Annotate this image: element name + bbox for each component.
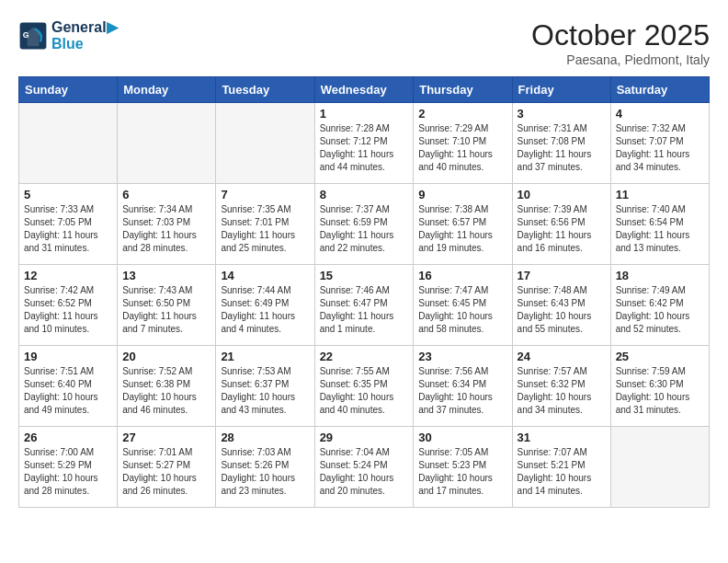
calendar-cell (610, 427, 709, 508)
calendar-cell: 22Sunrise: 7:55 AM Sunset: 6:35 PM Dayli… (314, 346, 414, 427)
calendar-cell (216, 103, 314, 184)
calendar-cell: 7Sunrise: 7:35 AM Sunset: 7:01 PM Daylig… (216, 184, 314, 265)
day-info: Sunrise: 7:03 AM Sunset: 5:26 PM Dayligh… (221, 446, 309, 498)
calendar-cell: 14Sunrise: 7:44 AM Sunset: 6:49 PM Dayli… (216, 265, 314, 346)
calendar-cell: 31Sunrise: 7:07 AM Sunset: 5:21 PM Dayli… (512, 427, 610, 508)
day-number: 27 (122, 431, 210, 444)
day-info: Sunrise: 7:52 AM Sunset: 6:38 PM Dayligh… (122, 365, 210, 417)
day-number: 14 (221, 269, 309, 282)
day-info: Sunrise: 7:07 AM Sunset: 5:21 PM Dayligh… (518, 446, 606, 498)
day-number: 26 (24, 431, 112, 444)
calendar-cell: 12Sunrise: 7:42 AM Sunset: 6:52 PM Dayli… (19, 265, 118, 346)
day-number: 31 (518, 431, 606, 444)
weekday-header-tuesday: Tuesday (216, 77, 314, 103)
day-number: 13 (122, 269, 210, 282)
calendar-cell: 26Sunrise: 7:00 AM Sunset: 5:29 PM Dayli… (19, 427, 118, 508)
calendar-cell: 9Sunrise: 7:38 AM Sunset: 6:57 PM Daylig… (414, 184, 512, 265)
day-info: Sunrise: 7:33 AM Sunset: 7:05 PM Dayligh… (24, 203, 112, 255)
day-info: Sunrise: 7:40 AM Sunset: 6:54 PM Dayligh… (616, 203, 704, 255)
day-number: 15 (320, 269, 409, 282)
calendar-cell: 19Sunrise: 7:51 AM Sunset: 6:40 PM Dayli… (19, 346, 118, 427)
day-info: Sunrise: 7:43 AM Sunset: 6:50 PM Dayligh… (122, 284, 210, 336)
day-info: Sunrise: 7:32 AM Sunset: 7:07 PM Dayligh… (616, 122, 704, 174)
calendar: SundayMondayTuesdayWednesdayThursdayFrid… (18, 76, 710, 508)
day-info: Sunrise: 7:55 AM Sunset: 6:35 PM Dayligh… (320, 365, 409, 417)
title-block: October 2025 Paesana, Piedmont, Italy (531, 18, 710, 67)
calendar-cell: 10Sunrise: 7:39 AM Sunset: 6:56 PM Dayli… (512, 184, 610, 265)
calendar-cell: 15Sunrise: 7:46 AM Sunset: 6:47 PM Dayli… (314, 265, 414, 346)
day-info: Sunrise: 7:53 AM Sunset: 6:37 PM Dayligh… (221, 365, 309, 417)
weekday-header-monday: Monday (118, 77, 216, 103)
logo: G General▶ Blue (18, 18, 118, 52)
day-info: Sunrise: 7:44 AM Sunset: 6:49 PM Dayligh… (221, 284, 309, 336)
weekday-header-wednesday: Wednesday (314, 77, 414, 103)
day-info: Sunrise: 7:59 AM Sunset: 6:30 PM Dayligh… (616, 365, 704, 417)
calendar-cell: 1Sunrise: 7:28 AM Sunset: 7:12 PM Daylig… (314, 103, 414, 184)
week-row-1: 1Sunrise: 7:28 AM Sunset: 7:12 PM Daylig… (19, 103, 710, 184)
calendar-cell: 18Sunrise: 7:49 AM Sunset: 6:42 PM Dayli… (610, 265, 709, 346)
calendar-cell: 23Sunrise: 7:56 AM Sunset: 6:34 PM Dayli… (414, 346, 512, 427)
week-row-3: 12Sunrise: 7:42 AM Sunset: 6:52 PM Dayli… (19, 265, 710, 346)
calendar-cell: 29Sunrise: 7:04 AM Sunset: 5:24 PM Dayli… (314, 427, 414, 508)
day-info: Sunrise: 7:29 AM Sunset: 7:10 PM Dayligh… (418, 122, 506, 174)
day-info: Sunrise: 7:34 AM Sunset: 7:03 PM Dayligh… (122, 203, 210, 255)
day-info: Sunrise: 7:05 AM Sunset: 5:23 PM Dayligh… (418, 446, 506, 498)
calendar-cell (19, 103, 118, 184)
location: Paesana, Piedmont, Italy (531, 52, 710, 67)
calendar-cell: 24Sunrise: 7:57 AM Sunset: 6:32 PM Dayli… (512, 346, 610, 427)
day-info: Sunrise: 7:42 AM Sunset: 6:52 PM Dayligh… (24, 284, 112, 336)
day-number: 5 (24, 188, 112, 201)
day-number: 18 (616, 269, 704, 282)
day-info: Sunrise: 7:00 AM Sunset: 5:29 PM Dayligh… (24, 446, 112, 498)
calendar-cell: 27Sunrise: 7:01 AM Sunset: 5:27 PM Dayli… (118, 427, 216, 508)
svg-text:G: G (23, 29, 29, 39)
calendar-cell (118, 103, 216, 184)
weekday-header-sunday: Sunday (19, 77, 118, 103)
day-number: 21 (221, 350, 309, 363)
day-info: Sunrise: 7:46 AM Sunset: 6:47 PM Dayligh… (320, 284, 409, 336)
day-number: 30 (418, 431, 506, 444)
day-info: Sunrise: 7:04 AM Sunset: 5:24 PM Dayligh… (320, 446, 409, 498)
day-number: 29 (320, 431, 409, 444)
week-row-2: 5Sunrise: 7:33 AM Sunset: 7:05 PM Daylig… (19, 184, 710, 265)
calendar-cell: 3Sunrise: 7:31 AM Sunset: 7:08 PM Daylig… (512, 103, 610, 184)
day-number: 1 (320, 107, 409, 121)
logo-icon: G (18, 21, 48, 51)
logo-text: General▶ Blue (51, 18, 118, 52)
day-number: 17 (518, 269, 606, 282)
day-number: 19 (24, 350, 112, 363)
day-number: 9 (418, 188, 506, 201)
day-number: 28 (221, 431, 309, 444)
week-row-5: 26Sunrise: 7:00 AM Sunset: 5:29 PM Dayli… (19, 427, 710, 508)
calendar-cell: 8Sunrise: 7:37 AM Sunset: 6:59 PM Daylig… (314, 184, 414, 265)
calendar-cell: 13Sunrise: 7:43 AM Sunset: 6:50 PM Dayli… (118, 265, 216, 346)
weekday-header-thursday: Thursday (414, 77, 512, 103)
weekday-header-row: SundayMondayTuesdayWednesdayThursdayFrid… (19, 77, 710, 103)
day-number: 8 (320, 188, 409, 201)
calendar-cell: 30Sunrise: 7:05 AM Sunset: 5:23 PM Dayli… (414, 427, 512, 508)
day-info: Sunrise: 7:01 AM Sunset: 5:27 PM Dayligh… (122, 446, 210, 498)
day-info: Sunrise: 7:48 AM Sunset: 6:43 PM Dayligh… (518, 284, 606, 336)
calendar-cell: 5Sunrise: 7:33 AM Sunset: 7:05 PM Daylig… (19, 184, 118, 265)
day-info: Sunrise: 7:37 AM Sunset: 6:59 PM Dayligh… (320, 203, 409, 255)
week-row-4: 19Sunrise: 7:51 AM Sunset: 6:40 PM Dayli… (19, 346, 710, 427)
weekday-header-friday: Friday (512, 77, 610, 103)
day-number: 23 (418, 350, 506, 363)
day-number: 22 (320, 350, 409, 363)
day-number: 16 (418, 269, 506, 282)
day-number: 4 (616, 107, 704, 121)
day-number: 2 (418, 107, 506, 121)
page-header: G General▶ Blue October 2025 Paesana, Pi… (18, 18, 710, 67)
calendar-cell: 16Sunrise: 7:47 AM Sunset: 6:45 PM Dayli… (414, 265, 512, 346)
calendar-cell: 2Sunrise: 7:29 AM Sunset: 7:10 PM Daylig… (414, 103, 512, 184)
calendar-cell: 17Sunrise: 7:48 AM Sunset: 6:43 PM Dayli… (512, 265, 610, 346)
weekday-header-saturday: Saturday (610, 77, 709, 103)
calendar-cell: 20Sunrise: 7:52 AM Sunset: 6:38 PM Dayli… (118, 346, 216, 427)
day-info: Sunrise: 7:28 AM Sunset: 7:12 PM Dayligh… (320, 122, 409, 174)
day-number: 11 (616, 188, 704, 201)
calendar-cell: 11Sunrise: 7:40 AM Sunset: 6:54 PM Dayli… (610, 184, 709, 265)
day-info: Sunrise: 7:49 AM Sunset: 6:42 PM Dayligh… (616, 284, 704, 336)
day-number: 6 (122, 188, 210, 201)
calendar-cell: 21Sunrise: 7:53 AM Sunset: 6:37 PM Dayli… (216, 346, 314, 427)
day-info: Sunrise: 7:57 AM Sunset: 6:32 PM Dayligh… (518, 365, 606, 417)
